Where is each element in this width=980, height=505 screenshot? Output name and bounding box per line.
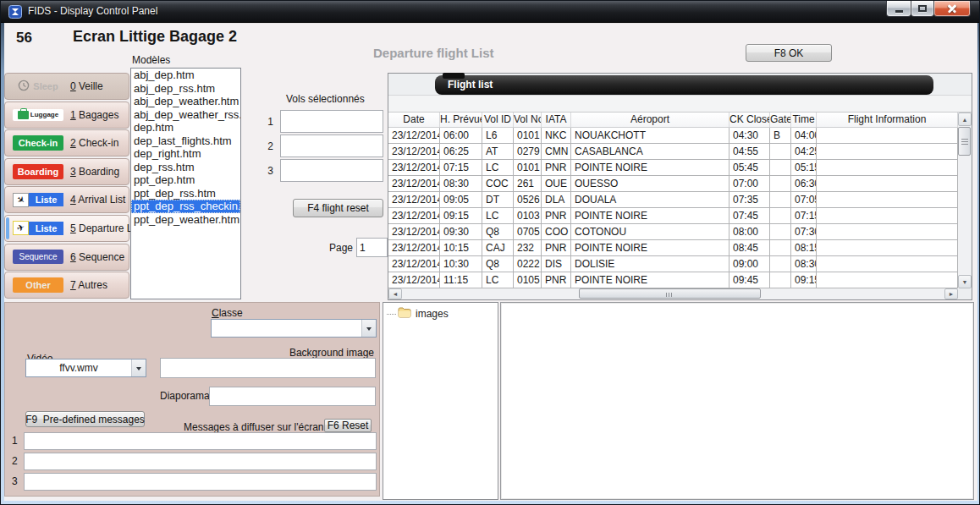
table-cell	[770, 192, 791, 208]
diaporama-input[interactable]	[209, 387, 376, 406]
f4-flight-reset-button[interactable]: F4 flight reset	[293, 199, 383, 217]
sidebar-item-check-in[interactable]: Check-in2 Check-in	[4, 129, 129, 156]
minimize-icon	[895, 10, 903, 13]
table-cell: 07:15	[440, 160, 482, 176]
horizontal-scrollbar[interactable]: ◄ ►	[388, 288, 958, 299]
column-header-ck-close[interactable]: CK Close	[729, 113, 770, 128]
table-row[interactable]: 23/12/201409:05DT0526DLADOUALA07:3507:05	[388, 192, 958, 208]
titlebar[interactable]: FIDS - Display Control Panel	[1, 1, 979, 23]
sidebar-item-sequence[interactable]: Sequence6 Sequence	[4, 244, 129, 271]
vertical-scrollbar[interactable]: ▲ ▼	[958, 113, 972, 288]
background-image-input[interactable]	[160, 358, 376, 378]
tree-item-images[interactable]: images	[383, 303, 498, 321]
column-header-iata[interactable]: IATA	[542, 113, 571, 128]
modeles-list-item[interactable]: ppt_dep_rss_checkin.htm	[131, 200, 240, 213]
table-cell: 05:45	[729, 160, 770, 176]
table-row[interactable]: 23/12/201410:30Q80222DISDOLISIE09:0008:3…	[388, 256, 958, 272]
sidebar-item-arrival-list[interactable]: ✈Liste4 Arrival List	[4, 186, 129, 213]
arrival-plane-icon: ✈	[13, 193, 29, 207]
column-header-date[interactable]: Date	[388, 113, 440, 128]
classe-combobox[interactable]	[211, 319, 377, 338]
maximize-button[interactable]	[911, 1, 934, 17]
messages-label: Messages à diffuser sur l'écran	[184, 421, 323, 433]
sidebar-item-autres[interactable]: Other7 Autres	[4, 272, 129, 299]
scroll-left-button[interactable]: ◄	[388, 288, 402, 299]
f9-predefined-messages-button[interactable]: F9 Pre-defined messages	[25, 411, 145, 427]
file-tree-panel[interactable]: images	[383, 302, 498, 500]
minimize-button[interactable]	[886, 1, 911, 17]
modeles-list-item[interactable]: ppt_dep.htm	[131, 173, 240, 187]
table-row[interactable]: 23/12/201410:15CAJ232PNRPOINTE NOIRE08:4…	[388, 240, 958, 256]
column-header-gate[interactable]: Gate	[770, 113, 791, 128]
modeles-list-item[interactable]: abj_dep_weather_rss.htm	[131, 108, 240, 122]
table-cell: 23/12/2014	[388, 240, 440, 256]
vol-slot-input-2[interactable]	[280, 134, 383, 157]
maximize-icon	[918, 5, 927, 12]
modeles-list-item[interactable]: dep_last_flights.htm	[131, 134, 240, 148]
table-cell: DIS	[542, 256, 571, 272]
close-button[interactable]	[933, 1, 971, 17]
departure-list-heading: Departure flight List	[373, 46, 494, 60]
table-cell: COC	[482, 176, 514, 192]
f6-reset-button[interactable]: F6 Reset	[324, 419, 372, 432]
chevron-down-icon[interactable]	[131, 360, 146, 376]
scroll-right-button[interactable]: ►	[944, 288, 958, 299]
modeles-list-item[interactable]: abj_dep_rss.htm	[131, 82, 240, 96]
horizontal-scroll-thumb[interactable]	[579, 288, 761, 299]
table-cell: 07:05	[791, 192, 817, 208]
table-cell: DOUALA	[571, 192, 729, 208]
table-row[interactable]: 23/12/201406:00L60101NKCNOUAKCHOTT04:30B…	[388, 128, 958, 144]
modeles-list-item[interactable]: ppt_dep_rss.htm	[131, 187, 240, 200]
modeles-list-item[interactable]: dep_right.htm	[131, 147, 240, 161]
table-cell: LC	[482, 272, 514, 288]
table-cell: 08:15	[791, 240, 817, 256]
media-settings-panel: Classe Vidéo ffvv.wmv Background image D…	[4, 302, 380, 497]
flight-table-header: DateH. PrévueVol IDVol NoIATAAéroportCK …	[388, 113, 958, 128]
vertical-scroll-thumb[interactable]	[958, 127, 971, 156]
table-row[interactable]: 23/12/201409:30Q80705COOCOTONOU08:0007:3…	[388, 224, 958, 240]
message-input-1[interactable]	[24, 432, 377, 450]
table-cell: 07:30	[791, 224, 817, 240]
modeles-list-item[interactable]: abj_dep_weather.htm	[131, 95, 240, 108]
table-cell: DT	[482, 192, 514, 208]
scroll-down-button[interactable]: ▼	[958, 275, 972, 288]
column-header-vol-id[interactable]: Vol ID	[482, 113, 514, 128]
table-cell: 05:15	[791, 160, 817, 176]
other-badge: Other	[13, 277, 63, 293]
video-combobox[interactable]: ffvv.wmv	[25, 359, 146, 377]
f8-ok-button[interactable]: F8 OK	[746, 44, 832, 62]
message-input-3[interactable]	[24, 473, 377, 491]
modeles-list-item[interactable]: ppt_dep_weather.htm	[131, 213, 240, 227]
column-header-flight-information[interactable]: Flight Information	[817, 113, 958, 128]
modeles-list-item[interactable]: dep_rss.htm	[131, 161, 240, 174]
chevron-down-icon[interactable]	[361, 320, 376, 337]
table-row[interactable]: 23/12/201406:25AT0279CMNCASABLANCA04:550…	[388, 144, 958, 160]
modeles-list-item[interactable]: abj_dep.htm	[131, 69, 240, 82]
modeles-list-item[interactable]: dep.htm	[131, 121, 240, 134]
table-row[interactable]: 23/12/201408:30COC261OUEOUESSO07:0006:30	[388, 176, 958, 192]
table-row[interactable]: 23/12/201411:15LC0105PNRPOINTE NOIRE09:4…	[388, 272, 958, 288]
column-header-h-pr-vue[interactable]: H. Prévue	[440, 113, 482, 128]
page-input[interactable]	[356, 238, 388, 257]
sequence-badge: Sequence	[13, 250, 63, 264]
table-row[interactable]: 23/12/201407:15LC0101PNRPOINTE NOIRE05:4…	[388, 160, 958, 176]
message-input-2[interactable]	[24, 453, 377, 470]
sidebar-item-boarding[interactable]: Boarding3 Boarding	[4, 158, 129, 185]
modeles-listbox[interactable]: abj_dep.htmabj_dep_rss.htmabj_dep_weathe…	[130, 68, 241, 299]
column-header-a-roport[interactable]: Aéroport	[571, 113, 729, 128]
column-header-time[interactable]: Time	[791, 113, 817, 128]
table-cell: LC	[482, 160, 514, 176]
table-cell	[817, 208, 958, 224]
table-cell: 0105	[514, 272, 542, 288]
sidebar-item-bagages[interactable]: Luggage1 Bagages	[4, 102, 129, 129]
vol-slot-input-1[interactable]	[280, 110, 383, 133]
column-header-vol-no[interactable]: Vol No	[514, 113, 542, 128]
sidebar-item-veille[interactable]: Sleep0 Veille	[4, 73, 129, 100]
vol-slot-input-3[interactable]	[280, 159, 383, 182]
sidebar-item-departure-list[interactable]: ✈Liste5 Departure List	[4, 215, 129, 242]
table-cell: L6	[482, 128, 514, 144]
table-cell: PNR	[542, 272, 571, 288]
scroll-up-button[interactable]: ▲	[958, 113, 972, 126]
table-row[interactable]: 23/12/201409:15LC0103PNRPOINTE NOIRE07:4…	[388, 208, 958, 224]
table-cell: 0101	[514, 160, 542, 176]
